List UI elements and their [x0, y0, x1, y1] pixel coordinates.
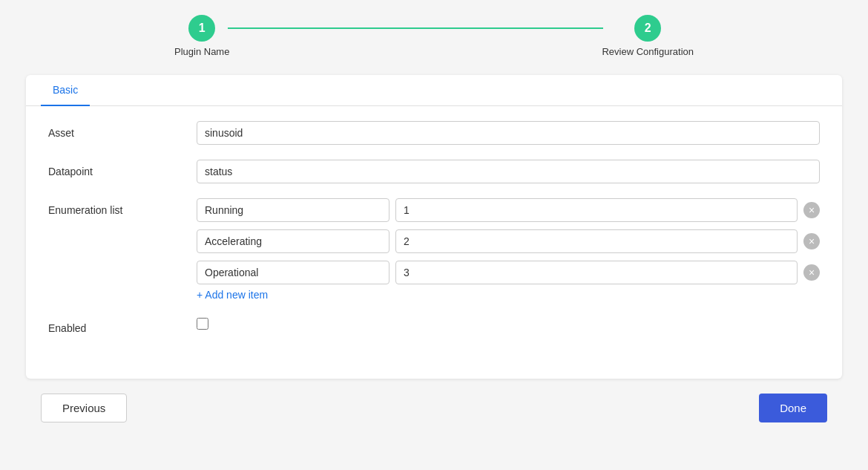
enumeration-control: ××× + Add new item — [197, 198, 820, 301]
asset-label: Asset — [48, 121, 197, 139]
stepper: 1 Plugin Name 2 Review Configuration — [174, 15, 694, 57]
datapoint-input[interactable] — [197, 160, 820, 183]
asset-input[interactable] — [197, 121, 820, 145]
add-item-link[interactable]: + Add new item — [197, 289, 268, 301]
step-1-number: 1 — [199, 22, 206, 35]
enabled-row: Enabled — [48, 316, 820, 334]
enum-value-input[interactable] — [395, 229, 798, 253]
step-2-circle: 2 — [634, 15, 661, 42]
datapoint-control — [197, 160, 820, 183]
tabs-bar: Basic — [26, 75, 842, 106]
footer: Previous Done — [26, 394, 842, 422]
step-2: 2 Review Configuration — [602, 15, 694, 57]
enum-list: ××× — [197, 198, 820, 284]
form-body: Asset Datapoint Enumeration list ××× + A… — [26, 106, 842, 364]
remove-enum-button[interactable]: × — [803, 264, 820, 281]
step-2-label: Review Configuration — [602, 46, 694, 57]
enum-row: × — [197, 229, 820, 253]
enum-name-input[interactable] — [197, 261, 389, 284]
step-1: 1 Plugin Name — [174, 15, 229, 57]
step-2-number: 2 — [645, 22, 651, 35]
datapoint-label: Datapoint — [48, 160, 197, 177]
main-card: Basic Asset Datapoint Enumeration list ×… — [26, 75, 842, 379]
enumeration-row: Enumeration list ××× + Add new item — [48, 198, 820, 301]
asset-row: Asset — [48, 121, 820, 145]
step-1-circle: 1 — [188, 15, 215, 42]
tab-basic[interactable]: Basic — [41, 75, 90, 106]
previous-button[interactable]: Previous — [41, 394, 127, 422]
enumeration-label: Enumeration list — [48, 198, 197, 216]
done-button[interactable]: Done — [759, 394, 827, 422]
asset-control — [197, 121, 820, 145]
enabled-label: Enabled — [48, 316, 197, 334]
enum-row: × — [197, 198, 820, 222]
datapoint-row: Datapoint — [48, 160, 820, 183]
enum-value-input[interactable] — [395, 198, 798, 222]
enabled-checkbox[interactable] — [197, 318, 208, 330]
remove-enum-button[interactable]: × — [803, 233, 820, 249]
step-1-label: Plugin Name — [174, 46, 229, 57]
enabled-control — [197, 316, 820, 333]
enum-value-input[interactable] — [395, 261, 798, 284]
remove-enum-button[interactable]: × — [803, 202, 820, 218]
enum-row: × — [197, 261, 820, 284]
enum-name-input[interactable] — [197, 229, 389, 253]
step-connector — [228, 27, 603, 29]
tab-basic-label: Basic — [53, 84, 78, 96]
enum-name-input[interactable] — [197, 198, 389, 222]
